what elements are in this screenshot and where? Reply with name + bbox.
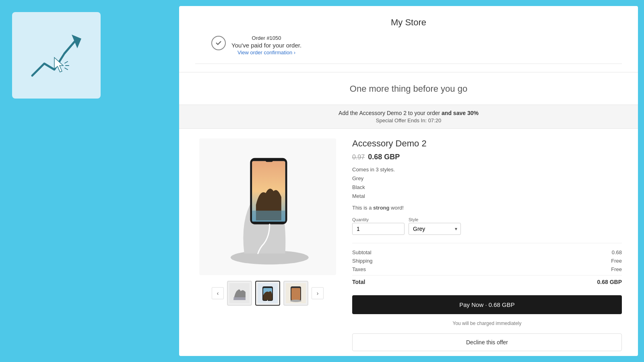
order-paid-message: You've paid for your order. xyxy=(231,42,301,49)
shipping-value: Free xyxy=(611,258,622,264)
upsell-headline: One more thing before you go xyxy=(195,84,622,94)
thumbnail-row: ‹ xyxy=(212,281,324,306)
timer-value: 07:20 xyxy=(428,117,442,123)
svg-point-20 xyxy=(290,300,301,302)
desc-strong: strong xyxy=(373,205,389,211)
store-panel: My Store Order #1050 You've paid for you… xyxy=(179,6,638,356)
shipping-label: Shipping xyxy=(352,258,373,264)
style-metal: Metal xyxy=(352,192,622,201)
sale-price: 0.68 GBP xyxy=(368,153,400,161)
product-name: Accessory Demo 2 xyxy=(352,138,622,149)
order-confirm: Order #1050 You've paid for your order. … xyxy=(195,35,622,64)
offer-prefix: Add the Accessory Demo 2 to your order xyxy=(339,110,440,116)
style-grey: Grey xyxy=(352,174,622,183)
desc-prefix: This is a xyxy=(352,205,373,211)
main-product-image xyxy=(199,138,336,275)
quantity-input[interactable] xyxy=(352,223,405,235)
desc-suffix: word! xyxy=(389,205,403,211)
order-check-circle xyxy=(211,36,226,50)
svg-rect-0 xyxy=(24,23,89,88)
thumbnail-3[interactable] xyxy=(283,281,308,306)
style-field: Style Grey Black Metal ▾ xyxy=(409,217,461,235)
taxes-value: Free xyxy=(611,266,622,272)
phone-stand-svg xyxy=(207,142,328,271)
subtotal-label: Subtotal xyxy=(352,249,372,255)
thumb-next-button[interactable]: › xyxy=(312,287,324,299)
thumbnail-2[interactable] xyxy=(255,281,280,306)
shipping-row: Shipping Free xyxy=(352,257,622,265)
svg-rect-10 xyxy=(252,211,285,222)
timer-label: Special Offer Ends In: xyxy=(376,117,427,123)
checkmark-icon xyxy=(215,39,222,47)
product-styles: Comes in 3 styles. Grey Black Metal xyxy=(352,165,622,201)
svg-rect-11 xyxy=(266,160,272,162)
store-header: My Store Order #1050 You've paid for you… xyxy=(179,6,638,72)
logo-box xyxy=(12,12,101,99)
total-row: Total 0.68 GBP xyxy=(352,275,622,286)
thumb-prev-button[interactable]: ‹ xyxy=(212,287,224,299)
styles-label: Comes in 3 styles. xyxy=(352,165,622,174)
product-section: ‹ xyxy=(179,129,638,356)
offer-bold: and save 30% xyxy=(442,110,479,116)
upsell-offer-text: Add the Accessory Demo 2 to your order a… xyxy=(195,110,622,116)
taxes-row: Taxes Free xyxy=(352,265,622,274)
svg-rect-19 xyxy=(291,288,300,300)
price-breakdown: Subtotal 0.68 Shipping Free Taxes Free T… xyxy=(352,243,622,286)
original-price: 0.97 xyxy=(352,154,365,161)
subtotal-row: Subtotal 0.68 xyxy=(352,248,622,257)
pay-now-button[interactable]: Pay Now · 0.68 GBP xyxy=(352,295,622,314)
svg-rect-13 xyxy=(233,297,246,300)
logo-icon xyxy=(24,23,89,88)
product-price: 0.97 0.68 GBP xyxy=(352,153,622,161)
charge-note: You will be charged immediately xyxy=(352,321,622,326)
style-black: Black xyxy=(352,183,622,192)
options-row: Quantity Style Grey Black Metal ▾ xyxy=(352,217,622,235)
order-number: Order #1050 xyxy=(231,35,301,41)
thumbnail-1[interactable] xyxy=(227,281,252,306)
decline-offer-button[interactable]: Decline this offer xyxy=(352,333,622,351)
product-details: Accessory Demo 2 0.97 0.68 GBP Comes in … xyxy=(352,138,622,351)
quantity-label: Quantity xyxy=(352,217,405,222)
product-gallery: ‹ xyxy=(195,138,340,351)
upsell-offer-bar: Add the Accessory Demo 2 to your order a… xyxy=(179,105,638,129)
subtotal-value: 0.68 xyxy=(612,249,622,255)
total-label: Total xyxy=(352,279,365,285)
total-value: 0.68 GBP xyxy=(597,279,622,285)
product-description: This is a strong word! xyxy=(352,205,622,211)
upsell-header: One more thing before you go xyxy=(179,72,638,105)
upsell-timer: Special Offer Ends In: 07:20 xyxy=(195,117,622,123)
style-select-wrapper: Grey Black Metal ▾ xyxy=(409,223,461,235)
taxes-label: Taxes xyxy=(352,266,366,272)
style-label: Style xyxy=(409,217,461,222)
order-info: Order #1050 You've paid for your order. … xyxy=(231,35,301,56)
store-title: My Store xyxy=(195,17,622,28)
quantity-field: Quantity xyxy=(352,217,405,235)
style-select[interactable]: Grey Black Metal xyxy=(409,223,460,234)
view-order-link[interactable]: View order confirmation › xyxy=(231,49,301,56)
